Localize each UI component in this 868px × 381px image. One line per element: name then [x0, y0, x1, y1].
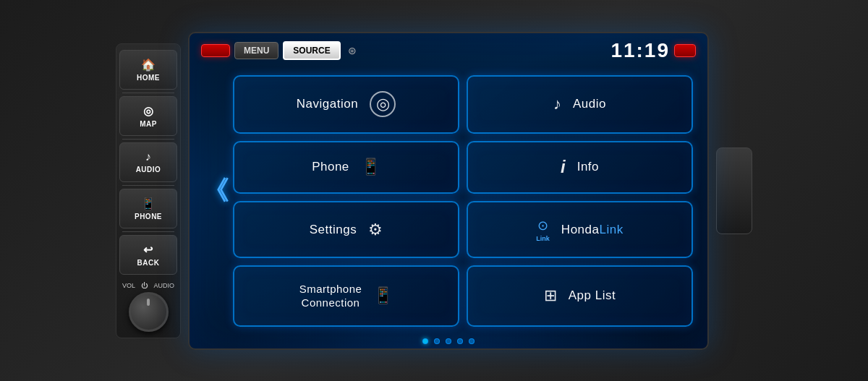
phone-button[interactable]: Phone 📱 [233, 141, 459, 194]
dot-4 [457, 338, 463, 344]
info-icon: i [561, 157, 566, 177]
navigation-label: Navigation [297, 97, 358, 111]
hondalink-link-icon: ⊙ Link [536, 218, 550, 242]
dot-2 [434, 338, 440, 344]
vol-audio-section: VOL ⏻ AUDIO [119, 282, 177, 332]
home-label: HOME [137, 74, 160, 82]
divider-1 [122, 93, 174, 93]
main-screen: MENU SOURCE ⊛ 11:19 《 Navigation ◎ ♪ Aud… [188, 32, 709, 350]
hondalink-button[interactable]: ⊙ Link HondaLink [467, 201, 693, 258]
sidebar-item-audio[interactable]: ♪ AUDIO [119, 142, 177, 182]
audio-menu-icon: ♪ [553, 95, 561, 114]
back-label: BACK [137, 259, 160, 267]
divider-3 [122, 185, 174, 186]
app-list-label: App List [569, 288, 616, 303]
power-icon: ⏻ [141, 282, 148, 289]
dot-1 [422, 338, 428, 344]
audio-menu-label: Audio [573, 97, 606, 111]
back-arrow-button[interactable]: 《 [203, 173, 229, 208]
navigation-icon: ◎ [370, 91, 396, 117]
right-panel [716, 147, 752, 234]
vol-labels: VOL ⏻ AUDIO [119, 282, 177, 289]
pagination [190, 334, 707, 348]
link-icon: ⊙ [537, 218, 548, 234]
divider-4 [122, 231, 174, 232]
phone-icon: 📱 [141, 197, 156, 210]
back-icon: ↩ [143, 243, 153, 257]
smartphone-label: SmartphoneConnection [299, 282, 362, 310]
clock-display: 11:19 [610, 39, 670, 62]
red-indicator-right [674, 44, 696, 57]
audio-text: AUDIO [153, 282, 174, 289]
top-bar: MENU SOURCE ⊛ 11:19 [190, 33, 707, 68]
red-indicator-left [201, 44, 230, 57]
phone-label: PHONE [135, 213, 162, 221]
menu-button[interactable]: MENU [234, 42, 278, 59]
sidebar-item-home[interactable]: 🏠 HOME [119, 50, 177, 90]
menu-grid: Navigation ◎ ♪ Audio Phone 📱 i Info Sett… [190, 68, 707, 334]
app-list-button[interactable]: ⊞ App List [467, 265, 693, 326]
sidebar-item-map[interactable]: ◎ MAP [119, 96, 177, 136]
smartphone-icon: 📱 [373, 286, 393, 305]
settings-label: Settings [310, 223, 357, 237]
info-button[interactable]: i Info [467, 141, 693, 194]
settings-icon: ⚙ [368, 221, 383, 239]
audio-label: AUDIO [136, 166, 161, 174]
divider-2 [122, 139, 174, 140]
audio-button[interactable]: ♪ Audio [467, 75, 693, 134]
settings-button[interactable]: Settings ⚙ [233, 201, 459, 258]
wifi-icon: ⊛ [348, 45, 357, 56]
phone-menu-icon: 📱 [361, 158, 380, 176]
right-knob[interactable] [716, 147, 752, 234]
info-label: Info [577, 160, 599, 174]
link-text: Link [536, 235, 550, 242]
navigation-button[interactable]: Navigation ◎ [233, 75, 459, 134]
volume-knob[interactable] [129, 292, 169, 332]
dot-5 [469, 338, 475, 344]
sidebar-item-phone[interactable]: 📱 PHONE [119, 189, 177, 228]
app-list-icon: ⊞ [544, 286, 557, 305]
dot-3 [446, 338, 451, 344]
sidebar-item-back[interactable]: ↩ BACK [119, 235, 177, 275]
home-icon: 🏠 [141, 58, 156, 72]
car-console: 🏠 HOME ◎ MAP ♪ AUDIO 📱 PHONE ↩ BACK VOL … [0, 0, 868, 381]
sidebar: 🏠 HOME ◎ MAP ♪ AUDIO 📱 PHONE ↩ BACK VOL … [116, 43, 181, 338]
vol-text: VOL [122, 282, 135, 289]
hondalink-label: HondaLink [561, 223, 624, 237]
phone-menu-label: Phone [312, 160, 349, 174]
map-icon: ◎ [143, 104, 154, 118]
map-label: MAP [140, 120, 157, 128]
smartphone-connection-button[interactable]: SmartphoneConnection 📱 [233, 265, 459, 326]
source-button[interactable]: SOURCE [283, 41, 340, 60]
audio-icon: ♪ [145, 150, 152, 163]
